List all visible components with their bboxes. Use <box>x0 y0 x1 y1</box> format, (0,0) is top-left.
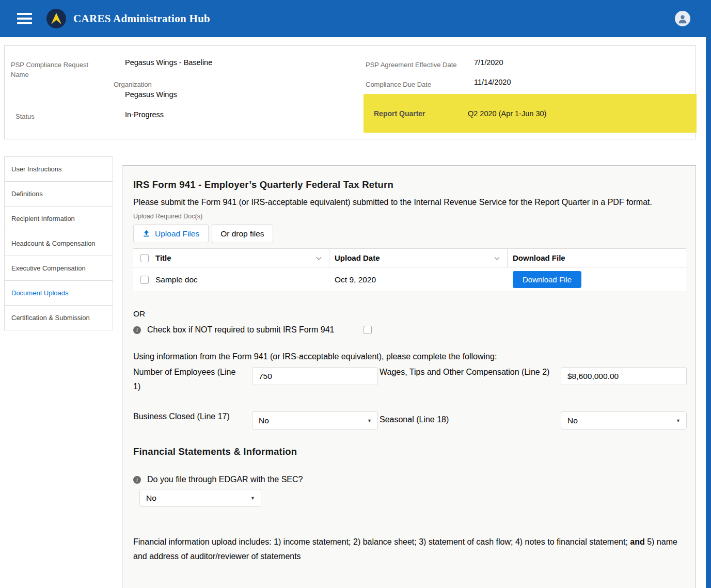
chevron-down-icon[interactable] <box>317 255 322 260</box>
organization-value: Pegasus Wings <box>125 90 177 99</box>
employees-input[interactable] <box>252 367 378 385</box>
effective-date-value: 7/1/2020 <box>474 58 503 67</box>
column-header-upload-date[interactable]: Upload Date <box>329 249 508 267</box>
upload-files-label: Upload Files <box>155 229 199 239</box>
report-quarter-highlight: Report Quarter Q2 2020 (Apr 1-Jun 30) <box>364 94 697 133</box>
menu-icon[interactable] <box>17 13 32 24</box>
cell-upload-date: Oct 9, 2020 <box>335 275 376 284</box>
organization-label: Organization <box>114 80 152 89</box>
edgar-question: Do you file through EDGAR with the SEC? <box>147 475 303 484</box>
person-icon <box>677 13 688 24</box>
due-date-label: Compliance Due Date <box>366 80 431 89</box>
or-label: OR <box>133 309 686 319</box>
due-date-value: 11/14/2020 <box>474 78 511 86</box>
edgar-question-row: i Do you file through EDGAR with the SEC… <box>133 475 686 484</box>
app-title: CARES Administration Hub <box>73 12 210 25</box>
business-closed-label: Business Closed (Line 17) <box>133 409 252 424</box>
form941-title: IRS Form 941 - Employer’s Quarterly Fede… <box>133 179 686 190</box>
sidebar-item-user-instructions[interactable]: User Instructions <box>5 157 113 182</box>
sidebar-item-executive-compensation[interactable]: Executive Compensation <box>5 256 113 281</box>
employees-label: Number of Employees (Line 1) <box>133 365 252 394</box>
summary-card: PSP Compliance Request Name Pegasus Wing… <box>4 45 696 139</box>
upload-icon <box>143 230 150 237</box>
sidebar-item-definitions[interactable]: Definitions <box>5 182 113 206</box>
sidebar-item-certification-submission[interactable]: Certification & Submission <box>5 306 113 330</box>
not-required-checkbox[interactable] <box>364 326 372 334</box>
seasonal-label: Seasonal (Line 18) <box>380 409 561 427</box>
sidebar-nav: User Instructions Definitions Recipient … <box>4 156 113 330</box>
report-quarter-value: Q2 2020 (Apr 1-Jun 30) <box>468 109 546 118</box>
app-logo-icon <box>46 9 66 28</box>
vertical-scrollbar[interactable] <box>706 0 711 588</box>
business-closed-select[interactable]: No ▼ <box>252 411 378 430</box>
sidebar-item-document-uploads[interactable]: Document Uploads <box>5 281 113 306</box>
drop-files-zone[interactable]: Or drop files <box>212 224 273 243</box>
documents-table: Title Upload Date Download File Sample d… <box>133 248 686 292</box>
download-file-button[interactable]: Download File <box>513 271 581 288</box>
request-name-value: Pegasus Wings - Baseline <box>125 58 212 67</box>
info-icon[interactable]: i <box>133 476 141 484</box>
wages-input[interactable] <box>561 367 687 385</box>
effective-date-label: PSP Agreement Effective Date <box>366 60 457 70</box>
status-value: In-Progress <box>125 110 164 119</box>
caret-down-icon: ▼ <box>676 418 681 423</box>
form941-fields: Number of Employees (Line 1) Wages, Tips… <box>133 365 686 430</box>
select-all-checkbox[interactable] <box>140 254 149 262</box>
not-required-label: Check box if NOT required to submit IRS … <box>147 325 335 335</box>
upload-files-button[interactable]: Upload Files <box>133 224 209 243</box>
info-icon[interactable]: i <box>133 326 141 334</box>
caret-down-icon: ▼ <box>367 418 372 423</box>
user-avatar[interactable] <box>675 11 690 26</box>
logo-chevron-icon <box>51 13 61 24</box>
report-quarter-label: Report Quarter <box>374 109 468 118</box>
caret-down-icon: ▼ <box>250 496 255 501</box>
column-header-title[interactable]: Title <box>155 249 329 267</box>
document-uploads-panel: IRS Form 941 - Employer’s Quarterly Fede… <box>122 165 696 588</box>
edgar-select[interactable]: No ▼ <box>139 489 261 507</box>
seasonal-select[interactable]: No ▼ <box>561 411 687 430</box>
sidebar-item-headcount-compensation[interactable]: Headcount & Compensation <box>5 231 113 256</box>
sidebar-item-recipient-information[interactable]: Recipient Information <box>5 206 113 231</box>
financial-section-title: Financial Statements & Information <box>133 446 686 457</box>
form941-description: Please submit the Form 941 (or IRS-accep… <box>133 195 686 210</box>
wages-label: Wages, Tips and Other Compensation (Line… <box>380 365 561 379</box>
financial-upload-note: Financial information upload includes: 1… <box>133 535 681 564</box>
request-name-label: PSP Compliance Request Name <box>11 60 94 80</box>
cell-title: Sample doc <box>155 275 198 284</box>
status-label: Status <box>15 112 35 121</box>
chevron-down-icon[interactable] <box>495 255 500 260</box>
table-row: Sample doc Oct 9, 2020 Download File <box>133 267 686 292</box>
complete-instruction: Using information from the Form 941 (or … <box>133 352 686 361</box>
upload-controls: Upload Files Or drop files <box>133 224 686 243</box>
upload-required-label: Upload Required Doc(s) <box>133 213 686 220</box>
column-header-download-file: Download File <box>508 249 686 267</box>
app-header: CARES Administration Hub <box>0 0 711 37</box>
row-checkbox[interactable] <box>140 276 149 284</box>
table-header-row: Title Upload Date Download File <box>133 248 686 267</box>
drop-files-label: Or drop files <box>220 229 264 239</box>
not-required-row: i Check box if NOT required to submit IR… <box>133 325 686 335</box>
